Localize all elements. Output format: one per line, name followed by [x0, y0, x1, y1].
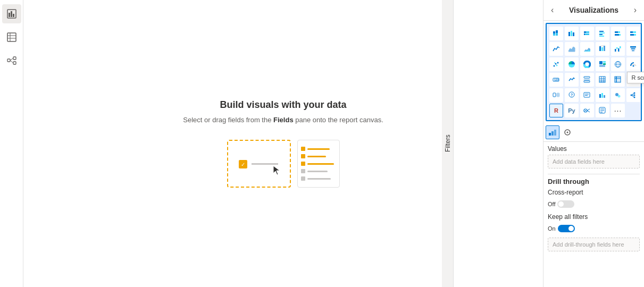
svg-rect-19	[573, 32, 574, 36]
svg-point-52	[556, 65, 558, 66]
svg-rect-1	[9, 13, 10, 17]
svg-rect-14	[553, 33, 555, 36]
page-subtitle: Select or drag fields from the Fields pa…	[183, 116, 383, 124]
cross-report-row: Cross-report	[548, 189, 640, 196]
svg-rect-90	[601, 93, 603, 98]
svg-rect-57	[599, 61, 603, 64]
viz-clustered-horiz[interactable]	[596, 27, 609, 40]
values-dropzone[interactable]: Add data fields here	[548, 155, 640, 168]
svg-rect-33	[633, 31, 636, 33]
svg-rect-110	[551, 131, 554, 136]
keep-filters-thumb	[568, 226, 574, 231]
cross-report-thumb	[558, 201, 564, 207]
svg-rect-24	[599, 31, 604, 32]
viz-python[interactable]: Py	[565, 104, 579, 117]
svg-point-53	[554, 62, 555, 63]
sidebar-report-icon[interactable]	[2, 4, 21, 23]
viz-card[interactable]: 123	[549, 73, 563, 87]
svg-rect-40	[604, 46, 605, 51]
viz-smart-narrative[interactable]	[580, 88, 594, 102]
viz-line[interactable]	[549, 42, 563, 56]
viz-page-navigator[interactable]	[549, 88, 563, 102]
viz-100-bar[interactable]	[580, 27, 594, 40]
viz-map[interactable]	[611, 57, 625, 71]
svg-rect-48	[632, 50, 634, 52]
viz-pie[interactable]	[565, 57, 579, 71]
page-title: Build visuals with your data	[220, 99, 346, 111]
illus-checkbox: ✓	[239, 160, 247, 168]
viz-table[interactable]	[596, 73, 609, 87]
svg-rect-70	[584, 81, 590, 82]
sidebar-data-icon[interactable]	[2, 28, 21, 47]
viz-key-influencers[interactable]	[580, 104, 594, 117]
viz-treemap[interactable]	[596, 57, 609, 71]
svg-rect-86	[584, 92, 590, 97]
viz-kpi[interactable]	[565, 73, 579, 87]
cursor-icon	[272, 165, 282, 179]
viz-stacked-horiz[interactable]	[611, 27, 625, 40]
viz-r-script[interactable]: R	[549, 104, 563, 117]
svg-line-41	[599, 46, 604, 46]
svg-rect-42	[615, 49, 616, 52]
viz-ribbon[interactable]	[596, 42, 609, 56]
viz-gauge[interactable]	[626, 57, 640, 71]
svg-rect-77	[615, 77, 621, 82]
viz-scatter[interactable]	[549, 57, 563, 71]
viz-more[interactable]: ···	[611, 104, 625, 117]
viz-custom1[interactable]	[596, 104, 609, 117]
right-panel: ‹ Visualizations ›	[543, 0, 644, 287]
viz-clustered-bar[interactable]	[565, 27, 579, 40]
viz-qna[interactable]: ?	[565, 88, 579, 102]
keep-filters-track[interactable]	[558, 225, 575, 232]
svg-line-12	[10, 61, 13, 63]
svg-rect-28	[615, 31, 618, 33]
svg-rect-8	[7, 59, 10, 62]
svg-rect-43	[616, 47, 618, 49]
svg-rect-3	[13, 14, 14, 17]
viz-icons-grid: 123 ?	[546, 23, 642, 121]
viz-decomp-tree[interactable]	[626, 88, 640, 102]
sidebar-model-icon[interactable]	[2, 51, 21, 70]
cross-report-label: Cross-report	[548, 189, 583, 196]
svg-rect-44	[618, 48, 620, 52]
cross-report-track[interactable]	[557, 200, 574, 208]
viz-stacked-bar[interactable]	[549, 27, 563, 40]
svg-rect-2	[11, 11, 12, 17]
filters-strip[interactable]: Filters	[442, 0, 454, 287]
viz-stacked-area[interactable]	[580, 42, 594, 56]
svg-rect-68	[584, 77, 590, 78]
panel-body: Values Add data fields here Drill throug…	[543, 142, 644, 287]
svg-rect-32	[630, 31, 633, 33]
svg-text:123: 123	[554, 78, 559, 81]
svg-point-51	[557, 62, 559, 64]
illus-list-row	[301, 147, 336, 151]
viz-waterfall[interactable]	[611, 42, 625, 56]
viz-100-horiz[interactable]	[626, 27, 640, 40]
svg-rect-4	[7, 33, 16, 41]
illus-list-row	[301, 154, 336, 158]
viz-bar-chart-2[interactable]	[596, 88, 609, 102]
keep-filters-toggle[interactable]: On	[548, 225, 640, 232]
panel-next-button[interactable]: ›	[632, 4, 639, 16]
viz-matrix[interactable]	[611, 73, 625, 87]
svg-rect-30	[615, 34, 619, 36]
format-icons-row	[543, 123, 644, 142]
panel-prev-button[interactable]: ‹	[549, 4, 556, 16]
viz-funnel[interactable]	[626, 42, 640, 56]
viz-slicer[interactable]	[580, 73, 594, 87]
keep-filters-row: Keep all filters	[548, 213, 640, 221]
svg-rect-91	[604, 95, 605, 98]
viz-donut[interactable]	[580, 57, 594, 71]
svg-point-93	[618, 95, 621, 98]
svg-rect-35	[634, 34, 636, 36]
format-visual-icon[interactable]	[561, 125, 574, 139]
panel-header: ‹ Visualizations ›	[543, 0, 644, 21]
svg-rect-25	[599, 32, 605, 33]
build-visual-icon[interactable]	[546, 125, 559, 139]
viz-area[interactable]	[565, 42, 579, 56]
svg-rect-82	[553, 93, 556, 97]
svg-rect-9	[13, 57, 16, 60]
viz-azure-map[interactable]	[611, 88, 625, 102]
cross-report-toggle[interactable]: Off	[548, 200, 640, 208]
drill-through-dropzone[interactable]: Add drill-through fields here	[548, 238, 640, 251]
